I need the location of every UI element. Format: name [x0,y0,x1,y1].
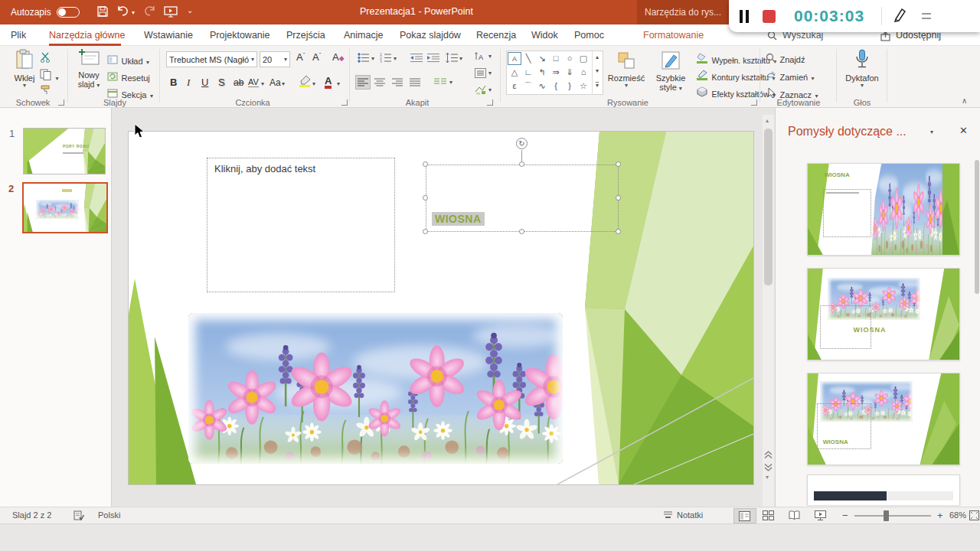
shape-effects-button[interactable]: Efekty kształtów ▾ [697,86,776,100]
shape-arrow-icon[interactable]: ↘ [535,52,549,65]
spellcheck-icon[interactable] [74,510,84,522]
undo-caret-icon[interactable]: ▾ [132,9,135,16]
scrollbar-thumb[interactable] [764,129,773,285]
char-spacing-caret-icon[interactable]: ▾ [261,81,264,87]
tab-pokaz-slajdow[interactable]: Pokaz slajdów [398,24,462,46]
dictate-button[interactable]: Dyktafon ▾ [841,49,884,89]
handle-bottom-right[interactable] [616,229,621,234]
format-painter-icon[interactable] [40,84,52,99]
design-panel-scrollbar[interactable] [975,160,979,294]
shape-connector-icon[interactable]: ↰ [535,66,549,79]
collapse-ribbon-icon[interactable]: ∧ [962,96,967,105]
smartart-icon[interactable] [475,84,486,98]
shape-freeform-icon[interactable]: ⌂ [577,66,590,79]
slide2-thumbnail[interactable] [22,182,108,233]
rysowanie-dialog-launcher-icon[interactable] [751,99,757,106]
zoom-slider-thumb[interactable] [884,510,889,521]
slide1-thumbnail[interactable]: PORY ROKU [23,128,106,174]
shrink-font-button[interactable]: Aˇ [312,51,321,63]
paste-button[interactable]: Wklej ▾ [9,49,40,96]
clear-formatting-button[interactable]: A◆ [332,51,345,63]
tab-animacje[interactable]: Animacje [342,24,384,46]
akapit-dialog-launcher-icon[interactable] [487,99,493,106]
scroll-up-icon[interactable]: ▴ [766,118,769,124]
shape-star-icon[interactable]: ☆ [577,80,590,93]
design-idea-4[interactable] [807,474,960,505]
design-panel-caret-icon[interactable]: ▾ [930,129,933,135]
czcionka-dialog-launcher-icon[interactable] [341,99,348,106]
handle-top-left[interactable] [423,161,428,167]
italic-button[interactable]: I [187,77,190,89]
shape-fill-button[interactable]: Wypełn. kształtu ▾ [697,53,776,67]
next-slide-button[interactable] [764,461,773,474]
shapes-scroll-up-icon[interactable]: ▴ [596,54,599,60]
shape-line-icon[interactable]: ╲ [521,52,535,65]
smartart-caret-icon[interactable]: ▾ [488,87,492,93]
handle-bottom-left[interactable] [423,229,428,234]
align-right-icon[interactable] [392,77,403,90]
align-text-icon[interactable] [475,67,486,81]
undo-icon[interactable] [116,5,130,21]
font-family-select[interactable]: Trebuchet MS (Nagłó ▾ [166,51,257,67]
change-case-caret-icon[interactable]: ▾ [282,81,285,87]
view-normal-button[interactable] [733,508,756,523]
pause-icon[interactable] [740,10,749,23]
stop-icon[interactable] [763,10,776,23]
shape-brace-right-icon[interactable]: } [563,80,577,93]
grow-font-button[interactable]: Aˆ [296,51,305,63]
zoom-slider-track[interactable] [854,515,931,517]
shape-arc-icon[interactable]: ⌒ [521,80,535,93]
numbering-caret-icon[interactable]: ▾ [394,56,397,62]
bold-button[interactable]: B [170,77,177,88]
decrease-indent-icon[interactable] [410,52,423,66]
slideshow-icon[interactable] [164,5,178,21]
canvas-scrollbar[interactable]: ▴ ▾ [763,115,774,507]
slide-editing-surface[interactable]: Kliknij, aby dodać tekst ↻ WIOSNA [129,132,753,484]
slide-counter[interactable]: Slajd 2 z 2 [12,510,51,520]
new-slide-button[interactable]: Nowy slajd ▾ [72,49,106,98]
shape-rectangle-icon[interactable]: □ [549,52,563,65]
shape-down-arrow-icon[interactable]: ⇓ [563,66,577,79]
increase-indent-icon[interactable] [427,52,439,66]
highlight-caret-icon[interactable]: ▾ [312,81,315,87]
tab-projektowanie[interactable]: Projektowanie [208,24,272,46]
cut-icon[interactable] [40,52,51,66]
tab-widok[interactable]: Widok [530,24,560,46]
design-idea-2[interactable]: WIOSNA [807,268,960,360]
reset-button[interactable]: Resetuj [107,70,150,84]
numbering-icon[interactable]: 123 [380,52,392,66]
view-reading-icon[interactable] [789,510,800,522]
handle-top-right[interactable] [616,161,621,167]
content-placeholder[interactable]: Kliknij, aby dodać tekst [207,158,395,292]
strikethrough-button[interactable]: ab [234,77,243,88]
shapes-gallery[interactable]: A ╲ ↘ □ ○ ▢ △ ∟ ↰ ⇒ ⇓ ⌂ ε ⌒ ∿ { } ☆ ▴ ▾ … [506,51,603,95]
justify-icon[interactable] [410,77,420,90]
underline-button[interactable]: U [201,77,208,88]
qat-more-icon[interactable]: ⌄ [187,6,193,15]
notes-toggle[interactable]: Notatki [677,510,703,520]
text-direction-icon[interactable]: A [475,51,486,64]
contextual-tab-group[interactable]: Narzędzia do rys... [637,0,729,24]
align-left-button[interactable] [355,75,371,90]
textbox-text[interactable]: WIOSNA [432,212,485,226]
tab-wstawianie[interactable]: Wstawianie [142,24,194,46]
shape-brace-left-icon[interactable]: { [549,80,563,93]
shapes-more-icon[interactable]: ▾ [596,82,599,89]
shape-triangle-icon[interactable]: △ [508,66,521,79]
autosave-toggle[interactable] [57,7,80,18]
align-center-icon[interactable] [374,77,385,90]
shape-outline-button[interactable]: Kontury kształtu ▾ [697,70,776,83]
font-color-caret-icon[interactable]: ▾ [337,81,340,87]
design-idea-3[interactable]: WIOSNA [807,373,960,465]
replace-button[interactable]: bc Zamień ▾ [766,70,815,83]
tab-pomoc[interactable]: Pomoc [573,24,606,46]
handle-mid-right[interactable] [616,195,621,201]
columns-icon[interactable] [434,77,446,90]
shape-right-arrow-icon[interactable]: ⇒ [549,66,563,79]
find-button[interactable]: Znajdź [766,52,805,66]
line-spacing-icon[interactable] [446,52,458,66]
shapes-scroll[interactable]: ▴ ▾ ▾ [592,51,603,95]
font-size-select[interactable]: 20 ▾ [260,51,290,67]
handle-mid-left[interactable] [423,195,428,201]
shape-oval-icon[interactable]: ○ [563,52,577,65]
